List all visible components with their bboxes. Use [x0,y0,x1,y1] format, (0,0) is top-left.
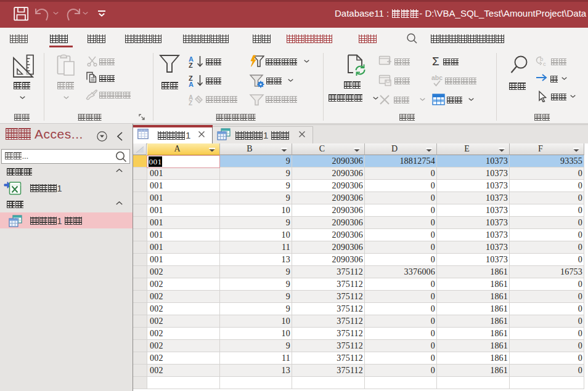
svg-text:c: c [543,60,546,67]
svg-text:Z: Z [189,100,192,106]
svg-text:abc: abc [431,75,443,81]
svg-text:A: A [189,81,194,87]
svg-text:Z: Z [189,62,193,68]
